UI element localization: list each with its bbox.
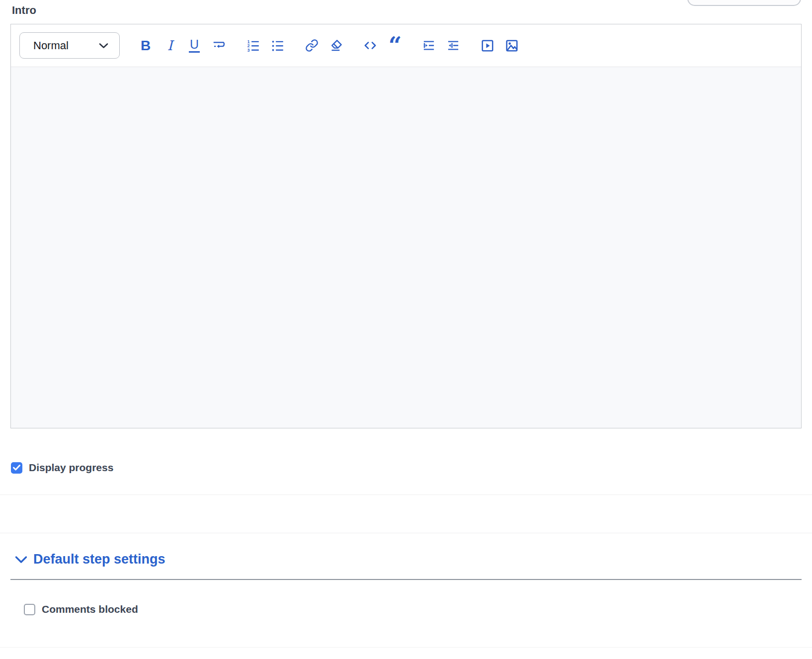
underline-icon[interactable]: U [186,37,203,54]
section-divider [0,494,812,495]
default-step-settings-toggle[interactable]: Default step settings [15,552,165,567]
partial-button-top-right[interactable] [687,0,801,6]
display-progress-row: Display progress [11,462,113,474]
code-icon[interactable] [362,37,379,54]
editor-content-area[interactable] [11,67,801,428]
remove-format-icon[interactable] [327,37,344,54]
ordered-list-icon[interactable]: 1 2 3 [244,37,261,54]
section-divider [0,533,812,533]
bold-icon[interactable]: B [137,37,154,54]
comments-blocked-label: Comments blocked [42,603,138,615]
link-icon[interactable] [303,37,320,54]
editor-toolbar: Normal B I U [11,24,801,67]
outdent-icon[interactable] [445,37,462,54]
comments-blocked-row: Comments blocked [24,603,138,615]
indent-icon[interactable] [420,37,437,54]
page: Intro Normal B I U [0,0,812,659]
paragraph-style-value: Normal [33,39,69,52]
comments-blocked-checkbox[interactable] [24,604,35,615]
display-progress-checkbox[interactable] [11,462,22,474]
italic-icon[interactable]: I [162,37,178,54]
bottom-divider [0,647,812,648]
blockquote-icon[interactable]: “ [386,37,403,54]
line-break-icon[interactable] [210,37,227,54]
image-icon[interactable] [503,37,520,54]
heading-underline-divider [10,579,802,580]
bullet-list-icon[interactable] [269,37,286,54]
default-step-settings-heading: Default step settings [33,552,165,567]
rich-text-editor: Normal B I U [10,24,802,428]
intro-field-label: Intro [12,4,36,17]
media-icon[interactable] [479,37,496,54]
display-progress-label: Display progress [29,462,113,474]
paragraph-style-dropdown[interactable]: Normal [19,32,120,59]
svg-text:3: 3 [247,48,249,52]
chevron-down-icon [99,43,108,49]
chevron-down-icon [15,556,27,564]
